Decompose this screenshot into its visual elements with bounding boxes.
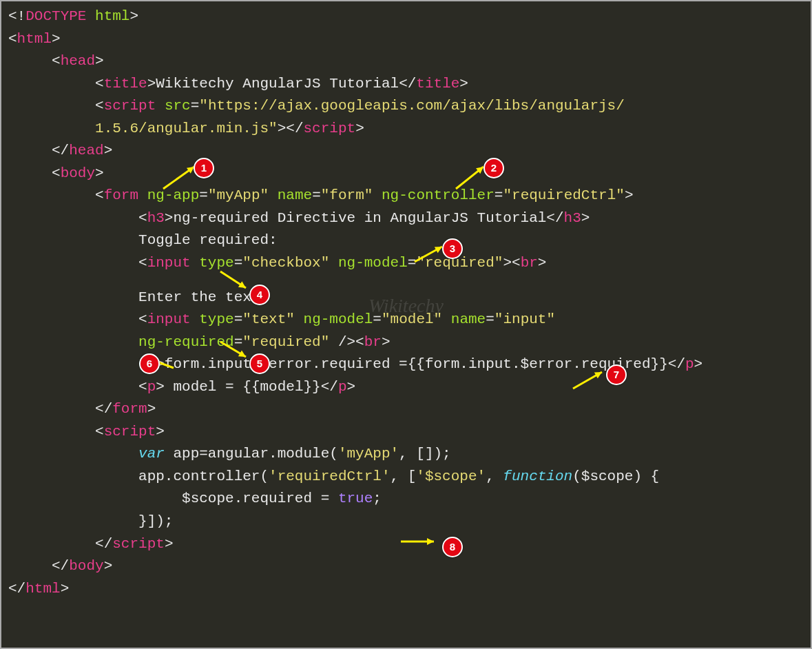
- code-token: DOCTYPE: [25, 8, 86, 24]
- code-token: p: [338, 379, 347, 395]
- code-line: <input type="checkbox" ng-model="require…: [8, 252, 804, 275]
- code-line: var app=angular.module('myApp', []);: [8, 443, 804, 466]
- code-token: "checkbox": [242, 255, 329, 271]
- code-line: <title>Wikitechy AngularJS Tutorial</tit…: [8, 73, 804, 96]
- code-token: "form": [321, 187, 373, 203]
- code-token: =: [199, 187, 208, 203]
- code-token: >: [61, 581, 70, 597]
- code-token: br: [364, 334, 382, 350]
- code-token: 1.5.6/angular.min.js": [95, 121, 278, 136]
- code-token: head: [69, 143, 103, 158]
- code-token: "input": [495, 311, 555, 327]
- code-token: title: [416, 76, 459, 92]
- code-token: <: [52, 53, 61, 69]
- code-token: >: [52, 31, 61, 47]
- code-token: script: [104, 98, 156, 114]
- code-token: [156, 98, 165, 114]
- code-token: "required": [416, 255, 503, 271]
- code-token: <: [95, 98, 104, 114]
- code-token: form: [104, 187, 138, 203]
- code-token: 'myApp': [338, 446, 399, 462]
- code-token: >: [382, 334, 391, 350]
- code-token: ;: [373, 491, 382, 506]
- code-token: >: [147, 401, 156, 417]
- code-token: "myApp": [208, 187, 269, 203]
- code-token: type: [199, 311, 233, 327]
- code-token: =: [495, 187, 503, 203]
- annotation-badge-2: 2: [483, 158, 504, 178]
- annotation-badge-4: 4: [249, 285, 270, 305]
- code-line: <p>form.input.$error.required ={{form.in…: [8, 353, 804, 376]
- code-token: >: [459, 76, 468, 92]
- code-token: html: [25, 581, 60, 597]
- code-token: </: [399, 76, 416, 92]
- code-line: <head>: [8, 50, 804, 73]
- code-line: Enter the text:: [8, 275, 804, 309]
- code-token: input: [147, 311, 191, 327]
- annotation-badge-6: 6: [139, 353, 160, 374]
- code-line: app.controller('requiredCtrl', ['$scope'…: [8, 466, 804, 488]
- code-line: ng-required="required" /><br>: [8, 331, 804, 354]
- code-token: src: [165, 98, 191, 114]
- code-token: body: [69, 558, 103, 574]
- code-line: <h3>ng-required Directive in AngularJS T…: [8, 207, 804, 230]
- code-token: ($scope) {: [572, 468, 659, 484]
- code-token: =: [373, 311, 382, 327]
- code-token: script: [304, 121, 356, 136]
- code-token: h3: [564, 210, 581, 226]
- code-token: ></: [278, 121, 304, 136]
- code-token: var: [138, 446, 165, 462]
- code-token: ng-model: [304, 311, 373, 327]
- code-token: app=angular.module(: [165, 446, 338, 462]
- code-token: >: [104, 558, 113, 574]
- code-token: p: [147, 379, 156, 395]
- code-token: </: [52, 558, 69, 574]
- code-token: <: [138, 311, 147, 327]
- code-token: >: [165, 536, 174, 552]
- code-line: <script src="https://ajax.googleapis.com…: [8, 95, 804, 118]
- code-token: [269, 187, 278, 203]
- annotation-badge-1: 1: [194, 158, 214, 178]
- code-token: html: [17, 31, 52, 47]
- code-token: =: [312, 187, 321, 203]
- code-token: [191, 255, 200, 271]
- code-line: <body>: [8, 163, 804, 185]
- code-token: =: [234, 311, 243, 327]
- code-line: <form ng-app="myApp" name="form" ng-cont…: [8, 185, 804, 207]
- code-token: "https://ajax.googleapis.com/ajax/libs/a…: [199, 98, 625, 114]
- code-line: </body>: [8, 555, 804, 578]
- code-token: <: [138, 379, 147, 395]
- code-line: </head>: [8, 140, 804, 163]
- code-token: p: [685, 356, 694, 372]
- code-token: </: [52, 143, 69, 158]
- code-token: 'requiredCtrl': [269, 468, 390, 484]
- code-token: >: [95, 165, 104, 181]
- code-block: <!DOCTYPE html><html> <head> <title>Wiki…: [1, 1, 811, 604]
- code-token: <: [95, 76, 104, 92]
- code-token: </: [321, 379, 338, 395]
- code-token: function: [503, 468, 572, 484]
- code-line: <html>: [8, 28, 804, 51]
- code-line: <script>: [8, 421, 804, 444]
- code-token: script: [104, 424, 156, 440]
- code-line: $scope.required = true;: [8, 488, 804, 511]
- code-token: }]);: [138, 513, 173, 529]
- code-token: ><: [503, 255, 520, 271]
- code-token: ng-model: [338, 255, 408, 271]
- code-token: [138, 187, 147, 203]
- code-token: >: [156, 424, 165, 440]
- code-line: }]);: [8, 511, 804, 533]
- code-token: =: [191, 98, 200, 114]
- code-token: </: [95, 401, 112, 417]
- code-token: '$scope': [416, 468, 486, 484]
- code-token: h3: [147, 210, 165, 226]
- code-token: [191, 311, 200, 327]
- code-token: input: [147, 255, 191, 271]
- code-token: true: [338, 491, 373, 506]
- code-token: </: [8, 581, 25, 597]
- code-token: , [: [391, 468, 417, 484]
- code-token: "requiredCtrl": [503, 187, 624, 203]
- code-token: "text": [242, 311, 295, 327]
- code-token: <: [138, 255, 147, 271]
- code-line: Toggle required:: [8, 229, 804, 252]
